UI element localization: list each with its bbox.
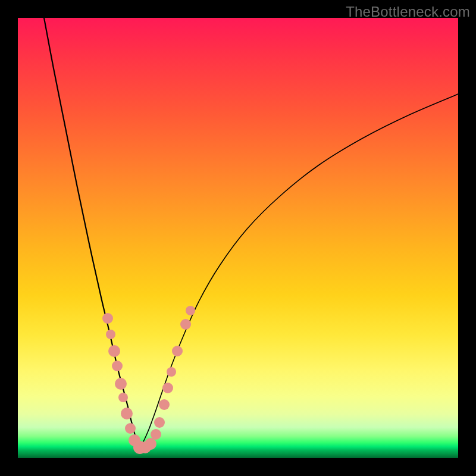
curve-layer [18,18,458,458]
bead-point [106,330,115,339]
bead-point [125,423,136,434]
watermark-text: TheBottleneck.com [346,4,470,20]
bead-point [121,408,133,419]
bead-point [145,438,156,450]
bead-point [151,429,161,440]
bead-point [112,361,123,371]
bead-point [167,367,176,377]
bead-point [108,345,120,357]
outer-frame: TheBottleneck.com [0,0,476,476]
bead-point [186,306,195,315]
bead-point [180,319,191,330]
plot-area [18,18,458,458]
curve-beads [102,306,195,454]
bead-point [162,383,173,393]
bead-point [159,399,170,410]
bead-point [154,417,165,428]
curve-right-arm [140,94,458,447]
bead-point [102,313,113,324]
bead-point [115,378,127,390]
bead-point [172,346,183,356]
bead-point [118,393,128,402]
